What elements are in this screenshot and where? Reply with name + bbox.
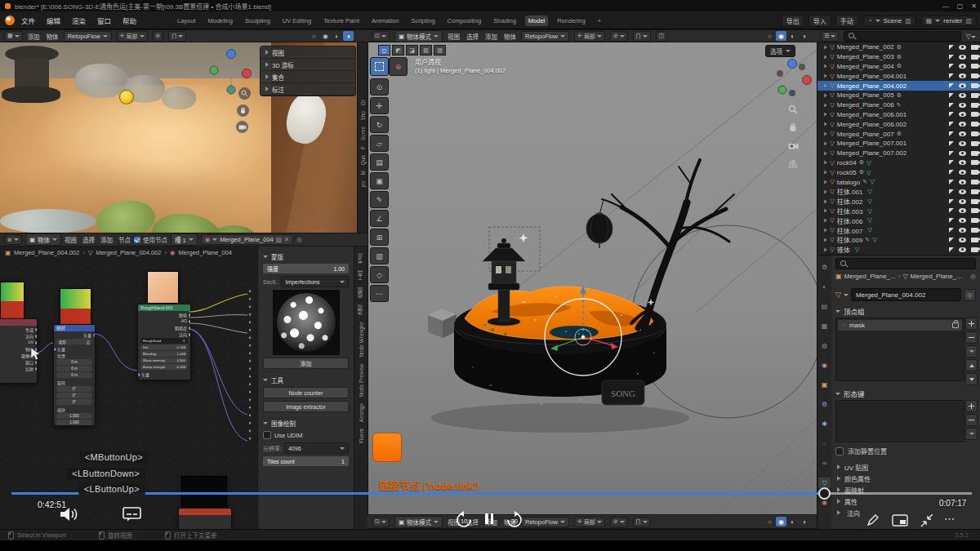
scene-selector[interactable]: ◔ Scene▥ [863, 16, 916, 26]
outliner-row[interactable]: ▽ Merged_Plane_005 ⚙ [817, 91, 980, 100]
header-menu[interactable]: 物体 [47, 32, 59, 41]
shape-key-specials[interactable] [965, 428, 978, 440]
tool-button[interactable]: ▤ [370, 153, 389, 171]
nav-axis-gizmo[interactable] [206, 46, 255, 109]
hanging-lantern[interactable] [586, 200, 612, 248]
move-down-button[interactable] [965, 373, 978, 385]
visibility-eye-icon[interactable] [959, 55, 966, 60]
outliner-row[interactable]: ▽ Merged_Plane_003 ⚙ [817, 52, 980, 62]
properties-tab[interactable]: ▦ [818, 321, 831, 331]
selectable-toggle-icon[interactable] [949, 208, 954, 213]
pause-button[interactable] [485, 513, 493, 524]
selectable-toggle-icon[interactable] [949, 238, 954, 242]
workspace-tab[interactable]: UV Editing [279, 16, 314, 26]
selectable-toggle-icon[interactable] [949, 218, 954, 223]
visibility-eye-icon[interactable] [959, 103, 966, 108]
selectable-toggle-icon[interactable] [949, 55, 954, 60]
render-camera-icon[interactable] [971, 112, 978, 117]
annotate-pencil-icon[interactable] [866, 514, 880, 527]
shading-mode-icon[interactable]: ◐ [787, 517, 798, 527]
selectable-toggle-icon[interactable] [949, 64, 954, 69]
tool-button[interactable]: ⋯ [370, 285, 389, 302]
header-menu[interactable]: 添加 [485, 32, 497, 41]
vertex-groups-list[interactable]: ⁘mask [835, 318, 964, 381]
menu-item[interactable]: 帮助 [122, 16, 136, 25]
proportional-edit-icon[interactable]: ⊘ [610, 31, 628, 42]
header-menu[interactable]: 物体 [504, 32, 516, 41]
render-camera-icon[interactable] [971, 55, 978, 60]
shader-type-selector[interactable]: ▣ 物体 [25, 233, 61, 246]
selectable-toggle-icon[interactable] [949, 45, 954, 50]
sidebar-tab[interactable]: 选项 [357, 304, 365, 315]
vertex-group-item[interactable]: ⁘mask [838, 320, 962, 331]
sidebar-tab[interactable]: 节点 [357, 253, 365, 264]
selectable-toggle-icon[interactable] [949, 199, 954, 204]
skip-back-button[interactable]: 10 [454, 511, 474, 529]
sidebar-tab[interactable]: F [360, 146, 366, 149]
outliner-row[interactable]: ▽ Merged_Plane_006.001 [817, 110, 980, 120]
tool-button[interactable]: ▣ [370, 172, 389, 189]
workspace-tab[interactable]: Layout [174, 16, 199, 26]
tool-button[interactable]: ⊙ [370, 78, 389, 96]
shading-mode-icon[interactable]: ○ [309, 31, 319, 41]
pip-icon[interactable] [892, 514, 908, 527]
selectable-toggle-icon[interactable] [949, 151, 954, 156]
vertex-group-specials[interactable] [965, 345, 978, 358]
visibility-eye-icon[interactable] [959, 218, 966, 223]
outliner-row[interactable]: ▽ 柱体.006 ▽ [817, 216, 980, 225]
sidebar-tab[interactable]: po [360, 181, 366, 187]
render-camera-icon[interactable] [971, 45, 978, 50]
more-options-icon[interactable]: ⋯ [944, 513, 955, 525]
select-mode-icon[interactable]: ▨ [434, 45, 446, 56]
render-camera-icon[interactable] [971, 73, 978, 78]
properties-tab[interactable]: ✱ [818, 419, 831, 429]
vertex-groups-header[interactable]: 顶点组 [835, 306, 865, 316]
snap-magnet-icon[interactable]: ⋂ [633, 31, 651, 42]
sidebar-tab[interactable]: Gr [360, 100, 366, 105]
shading-mode-icon[interactable]: ○ [764, 517, 775, 527]
tool-button[interactable]: ✎ [370, 191, 389, 208]
selectable-toggle-icon[interactable] [949, 103, 954, 108]
visibility-eye-icon[interactable] [959, 208, 966, 213]
sidebar-tab[interactable]: Scree [360, 127, 366, 140]
add-vertex-group-button[interactable] [965, 318, 978, 330]
zoom-icon[interactable] [788, 103, 798, 118]
remove-vertex-group-button[interactable] [965, 331, 978, 344]
header-menu[interactable]: 视图 [448, 32, 460, 41]
shading-mode-icon[interactable]: ◉ [776, 31, 786, 41]
window-control-button[interactable]: ▢ [957, 2, 964, 10]
select-mode-icon[interactable]: ◪ [406, 45, 418, 56]
io-button[interactable]: 手动 [835, 15, 858, 27]
editor-type-icon[interactable]: ▦ [4, 31, 23, 42]
visibility-eye-icon[interactable] [959, 180, 966, 184]
gray-cube[interactable] [428, 309, 457, 338]
resolution-dropdown[interactable]: 4096 [284, 442, 349, 454]
add-shape-key-button[interactable] [965, 400, 978, 412]
tool-button[interactable]: Image extractor [263, 401, 349, 412]
header-menu[interactable]: 添加 [28, 32, 40, 41]
render-camera-icon[interactable] [971, 141, 978, 146]
grid-toggle-icon[interactable] [788, 157, 798, 171]
tool-button[interactable]: ▱ [370, 135, 389, 152]
camera-view-icon[interactable] [788, 139, 799, 153]
select-mode-icon[interactable]: ▧ [420, 45, 432, 56]
outliner-display-mode[interactable]: ☰ [821, 31, 839, 42]
sidebar-tab[interactable]: Arrange [359, 403, 364, 422]
subtitle-toggle-icon[interactable] [122, 507, 142, 522]
outliner-row[interactable]: ▽ 柱体.003 ▽ [817, 207, 980, 216]
visibility-eye-icon[interactable] [959, 45, 966, 50]
snap-icon[interactable]: ⋂ [168, 31, 186, 42]
properties-tab[interactable]: ⚙ [818, 262, 831, 273]
tool-button[interactable]: ▥ [370, 247, 389, 264]
io-button[interactable]: 导入 [808, 15, 831, 27]
outliner-row[interactable]: ▽ tatalogo ✎ ▽ [817, 177, 980, 187]
visibility-eye-icon[interactable] [959, 238, 966, 242]
window-control-button[interactable]: — [942, 2, 949, 10]
add-button[interactable]: 添加 [263, 358, 349, 369]
window-control-button[interactable]: ✕ [971, 2, 977, 10]
properties-tab[interactable]: ◌ [818, 438, 831, 449]
outliner-row[interactable]: ▽ 柱体.007 ▽ [817, 225, 980, 235]
sidebar-tab[interactable]: 工具 [357, 270, 365, 281]
properties-tab[interactable]: ▤ [818, 301, 831, 312]
outliner-row[interactable]: ▽ Merged_Plane_006 ✎ [817, 100, 980, 110]
